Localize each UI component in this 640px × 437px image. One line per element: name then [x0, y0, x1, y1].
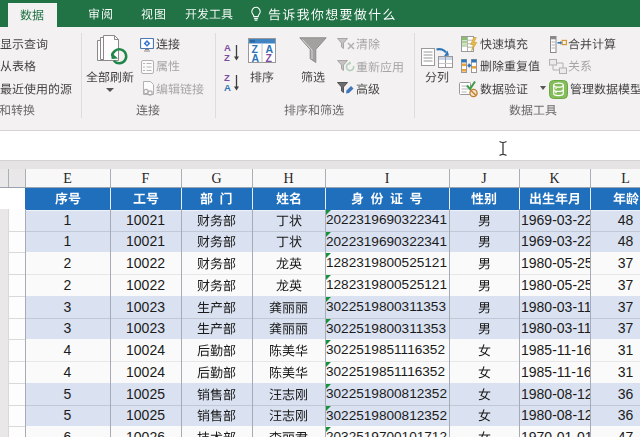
svg-text:Z: Z [224, 52, 230, 62]
svg-text:A: A [252, 52, 260, 64]
svg-text:Z: Z [265, 52, 272, 64]
svg-text:A: A [224, 82, 231, 92]
